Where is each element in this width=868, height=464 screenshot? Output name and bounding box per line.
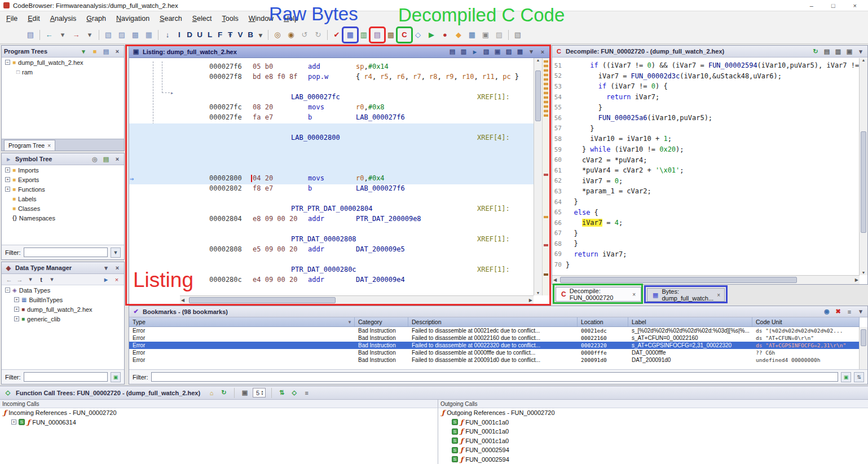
next-down-icon[interactable]: ↓ (161, 28, 174, 42)
function-graph-icon[interactable]: ◇ (411, 28, 425, 42)
tree-view-icon[interactable]: ▾ (79, 47, 88, 56)
decompiler-icon[interactable]: C (398, 28, 411, 42)
h-scrollbar-thumb[interactable] (189, 297, 336, 303)
expand-icon[interactable]: + (14, 297, 19, 302)
tree-row[interactable]: □ ram (2, 67, 124, 77)
expand-icon[interactable]: + (5, 187, 10, 192)
next-variable-button[interactable]: V (235, 28, 245, 42)
listing-label-line[interactable]: PTR_DAT_00002808XREF[1]: (129, 235, 534, 245)
annotate-icon[interactable]: ▦ (142, 28, 156, 42)
menu-graph[interactable]: Graph (81, 12, 111, 25)
highlighted-token[interactable]: iVar7 (582, 219, 602, 227)
scroll-down-icon[interactable]: ▼ (862, 271, 866, 275)
next-instruction-button[interactable]: I (174, 28, 184, 42)
save-icon[interactable]: ▤ (24, 28, 37, 42)
bug-icon[interactable]: ● (438, 28, 452, 42)
fields-icon[interactable]: ▧ (482, 47, 491, 56)
table-row[interactable]: ErrorBad InstructionFailed to disassembl… (129, 356, 860, 364)
sidebar-item-namespaces[interactable]: {}Namespaces (2, 213, 124, 223)
cut-icon[interactable]: ▧ (102, 28, 115, 42)
decompile-horizontal-scrollbar[interactable]: ◀ ▶ (552, 275, 860, 284)
paste-icon[interactable]: ▥ (459, 47, 468, 56)
outgoing-call-row[interactable]: SƒFUN_0001c1a0 (438, 418, 868, 427)
bookmarks-filter-input[interactable] (151, 372, 839, 382)
close-button[interactable]: × (853, 2, 857, 9)
clear-filter-icon[interactable]: × (112, 275, 121, 284)
data-table-icon[interactable]: ▦ (465, 28, 479, 42)
outgoing-call-row[interactable]: SƒFUN_00002594 (438, 445, 868, 455)
v-scrollbar-thumb[interactable] (861, 131, 866, 233)
diff-icon[interactable]: ▣ (493, 47, 502, 56)
filter-settings-icon[interactable]: ▣ (841, 372, 851, 382)
back-caret-icon[interactable]: ▾ (56, 28, 69, 42)
dtm-filter-input[interactable] (24, 372, 108, 382)
panel-menu-icon[interactable]: ≡ (302, 388, 311, 397)
decompile-line[interactable]: 51 if ((iVar7 != 0) && (iVar7 = FUN_0000… (552, 60, 860, 71)
collapse-icon[interactable]: − (5, 288, 10, 293)
dtm-menu-caret-icon[interactable]: ▾ (102, 263, 111, 272)
decompile-line[interactable]: 56 FUN_000025a6(iVar10,puVar5); (552, 113, 860, 123)
column-settings-icon[interactable]: ⇅ (854, 372, 864, 382)
maximize-button[interactable]: □ (831, 2, 835, 9)
decompile-line[interactable]: 55 } (552, 102, 860, 113)
sidebar-item-classes[interactable]: ■Classes (2, 204, 124, 213)
close-tab-icon[interactable]: × (717, 292, 720, 298)
outgoing-root-row[interactable]: ƒ Outgoing References - FUN_00002720 (438, 408, 868, 418)
scroll-down-icon[interactable]: ▼ (536, 291, 540, 295)
listing-vertical-scrollbar[interactable]: ▲ ▼ (534, 58, 542, 295)
tool-options-icon[interactable]: ▧ (511, 28, 525, 42)
expand-icon[interactable]: + (14, 307, 19, 312)
close-panel-icon[interactable]: × (113, 154, 122, 163)
listing-lines[interactable]: ▸ ▸ 000027f605 b0addsp,#0x14000027f8bd e… (129, 58, 534, 295)
expand-icon[interactable]: + (5, 167, 10, 173)
listing-overview-ribbon[interactable] (542, 58, 549, 295)
menu-search[interactable]: Search (155, 12, 187, 25)
recursion-depth-stepper[interactable]: 5 ▲▼ (253, 388, 266, 397)
menu-navigation[interactable]: Navigation (111, 12, 155, 25)
next-nonfunction-button[interactable]: Ŧ (225, 28, 235, 42)
sort-icon[interactable]: ▼ (347, 320, 352, 325)
validate-icon[interactable]: ✔ (330, 28, 343, 42)
scroll-left-icon[interactable]: ◀ (553, 277, 557, 282)
dtm-item-clib[interactable]: +■generic_clib (2, 314, 124, 324)
h-scrollbar-thumb[interactable] (560, 277, 797, 283)
expand-outgoing-icon[interactable]: ◇ (290, 388, 299, 397)
close-panel-icon[interactable]: × (113, 47, 122, 56)
next-datatype-icon[interactable]: → (15, 275, 24, 284)
print-icon[interactable]: ▣ (845, 47, 854, 56)
close-tab-icon[interactable]: × (47, 143, 51, 149)
sidebar-item-functions[interactable]: +■Functions (2, 184, 124, 194)
decompile-line[interactable]: 59 } while (iVar10 != 0x20); (552, 144, 860, 155)
decompile-line[interactable]: 53 if (iVar7 != 0) { (552, 81, 860, 92)
close-panel-icon[interactable]: × (538, 47, 547, 56)
decompile-vertical-scrollbar[interactable]: ▲ ▼ (859, 58, 867, 275)
table-row-selected[interactable]: ErrorBad InstructionFailed to disassembl… (129, 342, 860, 349)
expand-icon[interactable]: + (5, 177, 10, 182)
decompile-line[interactable]: 66 iVar7 = 4; (552, 218, 860, 228)
table-row[interactable]: ErrorBad InstructionFailed to disassembl… (129, 334, 860, 342)
scroll-up-icon[interactable]: ▲ (536, 58, 540, 62)
tab-decompile[interactable]: C Decompile: FUN_00002720 × (556, 287, 641, 302)
next-caret-icon[interactable]: ▾ (255, 28, 266, 42)
register-values-icon[interactable]: ▩ (384, 28, 398, 42)
listing-horizontal-scrollbar[interactable]: ◀ ▶ (180, 295, 534, 304)
snapshot-icon[interactable]: ▨ (504, 47, 513, 56)
listing-code-line[interactable]: ⇒0000280004 20movsr0,#0x4 (129, 174, 534, 184)
decompile-line[interactable]: 60 cVar2 = *puVar4; (552, 154, 860, 165)
listing-code-line[interactable]: 0000280ce4 09 00 20addrDAT_200009e4 (129, 276, 534, 286)
dock-icon[interactable]: ▣ (240, 388, 249, 397)
home-icon[interactable]: ⌂ (207, 388, 216, 397)
previous-datatype-icon[interactable]: ← (5, 275, 14, 284)
datatype-caret-icon[interactable]: ▾ (47, 275, 56, 284)
table-row[interactable]: ErrorBad InstructionFailed to disassembl… (129, 349, 860, 356)
export-icon[interactable]: ▦ (515, 47, 525, 56)
v-scrollbar-thumb[interactable] (535, 70, 541, 121)
search-program-icon[interactable]: ◎ (271, 28, 284, 42)
close-panel-icon[interactable]: × (113, 263, 122, 272)
sidebar-item-imports[interactable]: +■Imports (2, 165, 124, 175)
scroll-left-icon[interactable]: ◀ (181, 298, 184, 303)
menu-help[interactable]: Help (279, 12, 303, 25)
listing-label-line[interactable]: PTR_PTR_DAT_00002804XREF[1]: (129, 205, 534, 215)
apply-filter-icon[interactable]: ▣ (111, 372, 121, 382)
open-folder-icon[interactable]: ■ (90, 47, 99, 56)
